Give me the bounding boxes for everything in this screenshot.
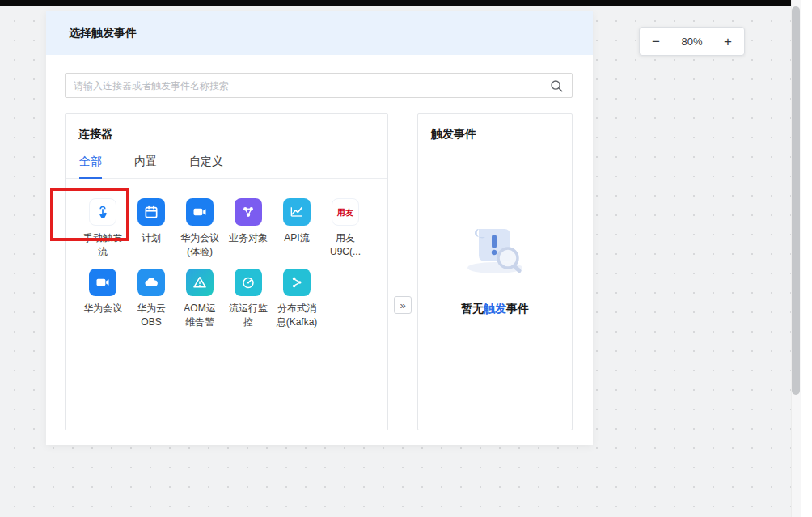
connector-item-business-object[interactable]: 业务对象 xyxy=(224,198,273,259)
connector-label: 用友 U9C(... xyxy=(321,231,370,259)
connector-item-kafka[interactable]: 分布式消 息(Kafka) xyxy=(273,269,321,329)
search-icon[interactable] xyxy=(549,78,564,93)
tab-builtin[interactable]: 内置 xyxy=(134,155,157,169)
connector-tabs: 全部 内置 自定义 xyxy=(66,155,387,179)
connector-label: 手动触发 流 xyxy=(78,231,127,259)
connector-label: 华为云 OBS xyxy=(127,302,176,329)
kafka-icon xyxy=(283,269,311,296)
connector-label: 业务对象 xyxy=(224,231,273,245)
trigger-events-panel: 触发事件 暂无触发事件 xyxy=(417,113,573,430)
business-object-icon xyxy=(235,198,262,226)
connector-item-manual-trigger[interactable]: 手动触发 流 xyxy=(78,198,127,259)
connector-item-aom-alarm[interactable]: AOM运 维告警 xyxy=(176,269,224,329)
empty-illustration-icon xyxy=(455,216,535,284)
connector-item-schedule[interactable]: 计划 xyxy=(127,198,176,259)
window-edge xyxy=(801,0,812,517)
scrollbar-thumb[interactable] xyxy=(792,6,800,395)
connector-item-yonyou-u9c[interactable]: 用友 用友 U9C(... xyxy=(321,198,370,259)
connector-label: 流运行监 控 xyxy=(224,302,273,329)
connector-label: AOM运 维告警 xyxy=(176,302,224,329)
connector-item-api-flow[interactable]: API流 xyxy=(273,198,321,259)
connector-item-huawei-obs[interactable]: 华为云 OBS xyxy=(127,269,176,329)
zoom-in-button[interactable]: + xyxy=(724,35,732,49)
connector-label: 分布式消 息(Kafka) xyxy=(273,302,321,329)
cloud-icon xyxy=(137,269,165,296)
search-box xyxy=(65,73,573,98)
connector-label: API流 xyxy=(273,231,321,245)
tab-all[interactable]: 全部 xyxy=(79,155,102,169)
calendar-icon xyxy=(137,198,165,226)
dialog-title: 选择触发事件 xyxy=(69,26,137,40)
expand-events-button[interactable]: » xyxy=(394,296,412,314)
hand-tap-icon xyxy=(89,198,116,226)
connector-grid: 手动触发 流 计划 华为会议 (体验) xyxy=(78,198,374,339)
tab-custom[interactable]: 自定义 xyxy=(189,155,223,169)
yonyou-logo: 用友 xyxy=(332,198,359,226)
events-panel-title: 触发事件 xyxy=(431,127,559,142)
search-input[interactable] xyxy=(74,80,549,91)
empty-events-text: 暂无触发事件 xyxy=(461,302,529,316)
alarm-icon xyxy=(186,269,214,296)
trigger-event-dialog: 选择触发事件 连接器 全部 内置 自定义 手动触发 流 xyxy=(46,11,593,445)
window-top-bar xyxy=(0,0,812,6)
connector-label: 华为会议 (体验) xyxy=(176,231,224,259)
connector-item-huawei-meeting[interactable]: 华为会议 xyxy=(78,269,127,329)
api-flow-icon xyxy=(283,198,311,226)
zoom-out-button[interactable]: − xyxy=(652,35,660,49)
connector-item-huawei-meeting-trial[interactable]: 华为会议 (体验) xyxy=(176,198,224,259)
connector-label: 华为会议 xyxy=(78,302,127,316)
zoom-control: − 80% + xyxy=(639,27,745,56)
dialog-header: 选择触发事件 xyxy=(46,11,593,55)
connector-label: 计划 xyxy=(127,231,176,245)
connectors-panel: 连接器 全部 内置 自定义 手动触发 流 计划 xyxy=(65,113,388,430)
gauge-icon xyxy=(235,269,262,296)
connector-item-flow-monitor[interactable]: 流运行监 控 xyxy=(224,269,273,329)
video-camera-icon xyxy=(186,198,214,226)
zoom-level: 80% xyxy=(681,36,702,48)
app-canvas: 选择触发事件 连接器 全部 内置 自定义 手动触发 流 xyxy=(0,0,812,517)
empty-state: 暂无触发事件 xyxy=(431,216,559,316)
video-camera-icon xyxy=(89,269,116,296)
connectors-panel-title: 连接器 xyxy=(78,127,374,142)
